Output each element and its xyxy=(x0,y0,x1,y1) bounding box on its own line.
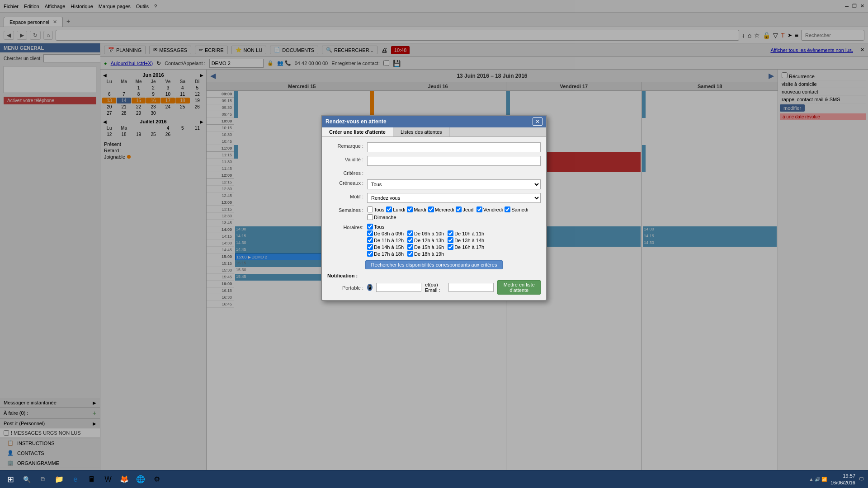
dialog-overlay: Rendez-vous en attente ✕ Créer une liste… xyxy=(0,0,868,488)
semaines-mercredi-cb[interactable] xyxy=(428,206,434,212)
remarque-row: Remarque : xyxy=(327,142,541,152)
time-display: 19:57 xyxy=(830,473,855,479)
ie-icon: e xyxy=(74,475,78,483)
app2-icon: 🦊 xyxy=(120,475,129,483)
dialog-titlebar: Rendez-vous en attente ✕ xyxy=(322,116,546,127)
rendez-vous-dialog: Rendez-vous en attente ✕ Créer une liste… xyxy=(321,115,547,301)
chrome-icon: 🌐 xyxy=(136,475,145,483)
mise-en-liste-button[interactable]: Mettre en liste d'attente xyxy=(497,280,541,295)
dialog-title: Rendez-vous en attente xyxy=(326,118,387,125)
search-disponibilites-button[interactable]: Rechercher les disponibilités correspond… xyxy=(365,260,503,269)
horaires-row: Horaires: Tous De 08h à 09h De 09h à 10h… xyxy=(327,224,541,257)
notification-section: Notification : Portable : 📱 et(ou) Email… xyxy=(327,273,541,295)
dialog-tabs: Créer une liste d'attente Listes des att… xyxy=(322,127,546,137)
horaires-tous-cb[interactable] xyxy=(367,224,373,230)
h-1415-label[interactable]: De 14h à 15h xyxy=(367,244,404,250)
dialog-close-button[interactable]: ✕ xyxy=(533,117,542,126)
horaires-tous-row: Tous xyxy=(367,224,484,230)
h-1718-cb[interactable] xyxy=(367,251,373,257)
taskbar-app3[interactable]: ⚙ xyxy=(150,472,164,487)
taskbar-calc[interactable]: 🖩 xyxy=(85,472,99,487)
portable-icon: 📱 xyxy=(367,284,373,291)
semaines-lundi-label[interactable]: Lundi xyxy=(386,206,405,212)
taskbar-chrome[interactable]: 🌐 xyxy=(133,472,148,487)
h-1314-label[interactable]: De 13h à 14h xyxy=(448,237,484,243)
taskbar-tray: ▲ 🔊 📶 19:57 16/06/2016 🗨 xyxy=(809,473,864,486)
tray-icons: ▲ 🔊 📶 xyxy=(809,477,826,482)
word-icon: W xyxy=(104,475,111,483)
creneaux-row: Créneaux : Tous xyxy=(327,179,541,189)
h-0910-label[interactable]: De 09h à 10h xyxy=(407,230,444,236)
semaines-mercredi-label[interactable]: Mercredi xyxy=(428,206,454,212)
h-0809-cb[interactable] xyxy=(367,230,373,236)
h-1415-cb[interactable] xyxy=(367,244,373,250)
h-1112-label[interactable]: De 11h à 12h xyxy=(367,237,404,243)
creneaux-select[interactable]: Tous xyxy=(367,179,541,189)
semaines-checkboxes: Tous Lundi Mardi Mercredi Jeudi Vendredi… xyxy=(367,206,541,220)
h-1213-label[interactable]: De 12h à 13h xyxy=(407,237,444,243)
horaires-tous-label[interactable]: Tous xyxy=(367,224,384,230)
notification-label: Notification : xyxy=(327,273,541,278)
criteres-row: Critères : xyxy=(327,169,541,176)
criteres-label: Critères : xyxy=(327,169,363,176)
horaires-row-2: De 11h à 12h De 12h à 13h De 13h à 14h xyxy=(367,237,484,243)
start-button[interactable]: ⊞ xyxy=(4,473,18,486)
semaines-samedi-cb[interactable] xyxy=(505,206,510,212)
horaires-row-1: De 08h à 09h De 09h à 10h De 10h à 11h xyxy=(367,230,484,236)
validite-label: Validité : xyxy=(327,156,363,162)
h-1819-label[interactable]: De 18h à 19h xyxy=(407,251,444,257)
taskbar-app2[interactable]: 🦊 xyxy=(117,472,132,487)
email-label: et(ou) Email : xyxy=(425,282,445,293)
portable-label: Portable : xyxy=(327,284,363,291)
h-1516-cb[interactable] xyxy=(407,244,413,250)
semaines-lundi-cb[interactable] xyxy=(386,206,392,212)
horaires-row-3: De 14h à 15h De 15h à 16h De 16h à 17h xyxy=(367,244,484,250)
semaines-jeudi-cb[interactable] xyxy=(456,206,462,212)
dialog-tab-list[interactable]: Listes des attentes xyxy=(393,127,450,136)
h-0809-label[interactable]: De 08h à 09h xyxy=(367,230,404,236)
semaines-tous-cb[interactable] xyxy=(367,206,373,212)
taskbar-word[interactable]: W xyxy=(101,472,115,487)
semaines-dimanche-cb[interactable] xyxy=(367,214,373,220)
semaines-mardi-label[interactable]: Mardi xyxy=(407,206,426,212)
semaines-samedi-label[interactable]: Samedi xyxy=(505,206,528,212)
semaines-tous-label[interactable]: Tous xyxy=(367,206,384,212)
h-1011-cb[interactable] xyxy=(448,230,453,236)
h-1718-label[interactable]: De 17h à 18h xyxy=(367,251,404,257)
semaines-vendredi-label[interactable]: Vendredi xyxy=(476,206,503,212)
h-1213-cb[interactable] xyxy=(407,237,413,243)
validite-input[interactable] xyxy=(367,156,541,166)
motif-label: Motif : xyxy=(327,193,363,199)
h-1314-cb[interactable] xyxy=(448,237,453,243)
h-1516-label[interactable]: De 15h à 16h xyxy=(407,244,444,250)
motif-select[interactable]: Rendez vous xyxy=(367,193,541,203)
h-1819-cb[interactable] xyxy=(407,251,413,257)
app3-icon: ⚙ xyxy=(154,475,160,483)
taskbar-explorer[interactable]: 📁 xyxy=(52,472,66,487)
dialog-body: Remarque : Validité : Critères : Créneau… xyxy=(322,137,546,300)
dialog-tab-create[interactable]: Créer une liste d'attente xyxy=(322,127,393,136)
windows-taskbar: ⊞ 🔍 ⧉ 📁 e 🖩 W 🦊 🌐 ⚙ ▲ 🔊 📶 19:57 16/06/20… xyxy=(0,470,868,488)
creneaux-label: Créneaux : xyxy=(327,179,363,186)
taskbar-time: 19:57 16/06/2016 xyxy=(830,473,855,486)
h-1112-cb[interactable] xyxy=(367,237,373,243)
notification-row: Portable : 📱 et(ou) Email : Mettre en li… xyxy=(327,280,541,295)
taskbar-search[interactable]: 🔍 xyxy=(19,472,34,487)
horaires-grid: Tous De 08h à 09h De 09h à 10h De 10h à … xyxy=(367,224,484,257)
semaines-dimanche-label[interactable]: Dimanche xyxy=(367,214,396,220)
h-1617-label[interactable]: De 16h à 17h xyxy=(448,244,484,250)
task-view-icon: ⧉ xyxy=(41,475,45,483)
semaines-vendredi-cb[interactable] xyxy=(476,206,482,212)
semaines-mardi-cb[interactable] xyxy=(407,206,413,212)
email-input[interactable] xyxy=(448,283,494,292)
taskbar-task-view[interactable]: ⧉ xyxy=(36,472,50,487)
taskbar-ie[interactable]: e xyxy=(68,472,83,487)
portable-input[interactable] xyxy=(376,283,421,292)
h-1617-cb[interactable] xyxy=(448,244,453,250)
semaines-jeudi-label[interactable]: Jeudi xyxy=(456,206,474,212)
semaines-label: Semaines : xyxy=(327,206,363,213)
h-1011-label[interactable]: De 10h à 11h xyxy=(448,230,484,236)
notification-center-icon[interactable]: 🗨 xyxy=(859,476,864,483)
remarque-input[interactable] xyxy=(367,142,541,152)
h-0910-cb[interactable] xyxy=(407,230,413,236)
